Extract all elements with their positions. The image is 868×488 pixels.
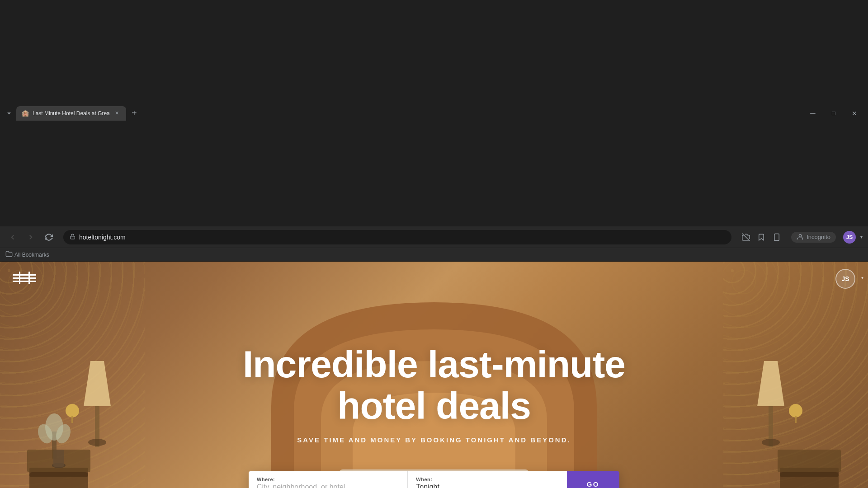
browser-toolbar: hoteltonight.com Incognito JS ▾ <box>0 226 868 248</box>
bookmark-button[interactable] <box>754 230 769 244</box>
address-bar[interactable]: hoteltonight.com <box>63 230 731 244</box>
new-tab-button[interactable]: + <box>128 107 141 120</box>
svg-rect-34 <box>13 281 36 282</box>
go-button[interactable]: GO <box>567 471 619 488</box>
tab-favicon: 🏨 <box>22 110 29 117</box>
close-window-button[interactable]: ✕ <box>844 107 864 120</box>
profile-dropdown-icon[interactable]: ▾ <box>860 235 863 239</box>
profile-avatar[interactable]: JS <box>843 231 856 244</box>
site-logo[interactable] <box>13 272 36 286</box>
bookmarks-folder-icon <box>5 250 13 259</box>
sconce-left <box>63 402 81 426</box>
tab-dropdown-button[interactable] <box>4 107 14 120</box>
svg-rect-32 <box>13 274 36 276</box>
sconce-right <box>787 402 805 426</box>
nightstand-right <box>778 450 841 488</box>
all-bookmarks-label[interactable]: All Bookmarks <box>14 252 49 258</box>
bookmarks-bar: All Bookmarks <box>0 248 868 262</box>
svg-rect-23 <box>795 416 797 423</box>
where-label: Where: <box>257 477 399 482</box>
svg-marker-13 <box>757 361 784 406</box>
camera-off-button[interactable] <box>739 230 753 244</box>
active-tab[interactable]: 🏨 Last Minute Hotel Deals at Grea ✕ <box>16 106 126 121</box>
where-placeholder: City, neighborhood, or hotel <box>257 483 399 488</box>
svg-rect-0 <box>71 236 75 239</box>
address-text: hoteltonight.com <box>79 234 725 241</box>
tab-close-button[interactable]: ✕ <box>113 110 121 117</box>
nightstand-left <box>27 450 90 488</box>
svg-rect-35 <box>19 272 20 284</box>
device-view-button[interactable] <box>769 230 784 244</box>
svg-point-22 <box>789 404 802 418</box>
website-content: JS ▾ Incredible last-minute hotel deals … <box>0 262 868 488</box>
svg-point-12 <box>88 439 106 446</box>
svg-line-1 <box>742 233 750 241</box>
incognito-badge[interactable]: Incognito <box>791 232 836 243</box>
hero-profile-button[interactable]: JS <box>835 269 855 289</box>
hero-headline: Incredible last-minute hotel deals <box>226 343 642 427</box>
svg-rect-21 <box>71 416 73 423</box>
where-field[interactable]: Where: City, neighborhood, or hotel <box>249 471 408 488</box>
hero-section: JS ▾ Incredible last-minute hotel deals … <box>0 262 868 488</box>
svg-rect-28 <box>53 450 64 467</box>
maximize-button[interactable]: □ <box>824 107 844 120</box>
minimize-button[interactable]: ─ <box>803 107 823 120</box>
window-controls: ─ □ ✕ <box>803 107 864 120</box>
incognito-label: Incognito <box>807 234 830 240</box>
search-form: Where: City, neighborhood, or hotel When… <box>249 471 619 488</box>
svg-rect-33 <box>13 277 36 279</box>
forward-button[interactable] <box>24 230 38 244</box>
hero-content: Incredible last-minute hotel deals SAVE … <box>226 343 642 444</box>
tab-bar: 🏨 Last Minute Hotel Deals at Grea ✕ + ─ … <box>0 0 868 226</box>
when-value: Tonight <box>416 483 558 488</box>
svg-rect-2 <box>774 234 779 240</box>
when-field[interactable]: When: Tonight <box>408 471 566 488</box>
svg-marker-10 <box>84 361 111 406</box>
tab-title: Last Minute Hotel Deals at Grea <box>33 110 110 117</box>
browser-frame: 🏨 Last Minute Hotel Deals at Grea ✕ + ─ … <box>0 0 868 488</box>
toolbar-actions <box>739 230 784 244</box>
hero-profile-dropdown[interactable]: ▾ <box>861 275 863 280</box>
svg-rect-31 <box>778 450 841 472</box>
address-lock-icon <box>70 234 75 241</box>
when-label: When: <box>416 477 558 482</box>
refresh-button[interactable] <box>42 230 56 244</box>
svg-point-15 <box>762 439 780 446</box>
back-button[interactable] <box>5 230 20 244</box>
svg-point-20 <box>66 404 79 418</box>
hero-subtext: SAVE TIME AND MONEY BY BOOKING TONIGHT A… <box>226 436 642 444</box>
svg-rect-36 <box>28 272 30 284</box>
svg-point-4 <box>799 235 802 237</box>
